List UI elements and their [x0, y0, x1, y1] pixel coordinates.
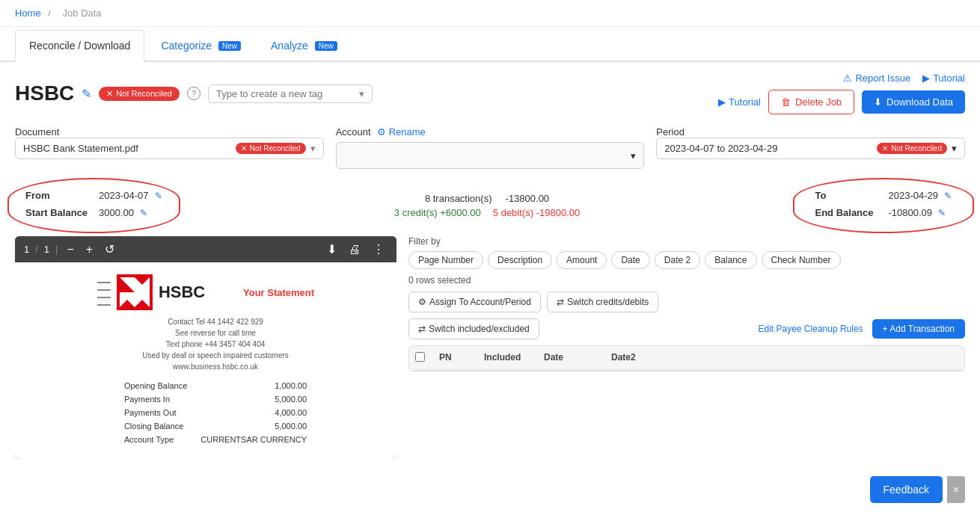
filter-label: Filter by	[408, 236, 965, 247]
filter-buttons: Page Number Description Amount Date Date…	[408, 251, 965, 269]
pdf-body: HSBC Your Statement Contact Tel 44 1442 …	[15, 262, 396, 459]
to-edit-icon[interactable]: ✎	[944, 191, 952, 201]
download-data-button[interactable]: ⬇ Download Data	[862, 90, 965, 114]
tab-analyze[interactable]: Analyze New	[257, 31, 351, 61]
pdf-table: Opening Balance1,000.00 Payments In5,000…	[117, 378, 314, 447]
gear-icon: ⚙	[377, 126, 386, 138]
table-col-date2: Date2	[605, 346, 673, 370]
edit-payee-link[interactable]: Edit Payee Cleanup Rules	[759, 324, 863, 334]
status-badge: ✕ Not Reconciled	[99, 87, 180, 101]
pdf-page-current: 1	[24, 244, 29, 255]
pdf-contact-info: Contact Tel 44 1442 422 929 See reverse …	[117, 316, 314, 372]
status-badge-x[interactable]: ✕	[106, 89, 113, 99]
end-balance-value: -10800.09	[889, 207, 933, 218]
add-transaction-button[interactable]: + Add Transaction	[872, 319, 965, 339]
rename-button[interactable]: ⚙ Rename	[377, 126, 426, 138]
switch-credits-button[interactable]: ⇄ Switch credits/debits	[547, 292, 658, 312]
end-balance-label: End Balance	[815, 207, 883, 218]
start-balance-edit-icon[interactable]: ✎	[140, 208, 147, 218]
pdf-sidebar-lines	[97, 282, 111, 447]
to-label: To	[815, 190, 883, 201]
table-select-all-checkbox[interactable]	[415, 352, 425, 362]
pdf-bank-name: HSBC	[159, 283, 205, 302]
end-balance-edit-icon[interactable]: ✎	[938, 208, 946, 218]
filter-balance[interactable]: Balance	[705, 251, 756, 269]
pdf-rotate-button[interactable]: ↺	[102, 241, 117, 258]
delete-job-button[interactable]: 🗑 Delete Job	[768, 90, 854, 114]
table-col-rest	[673, 346, 964, 370]
tab-categorize-badge: New	[218, 41, 241, 51]
pdf-print-button[interactable]: 🖨	[346, 241, 364, 258]
document-block: Document HSBC Bank Statement.pdf ✕ Not R…	[15, 126, 324, 169]
table-section: PN Included Date Date2	[408, 345, 965, 371]
filter-section: Filter by Page Number Description Amount…	[408, 236, 965, 286]
tag-input[interactable]	[216, 88, 353, 99]
period-block: Period 2023-04-07 to 2023-04-29 ✕ Not Re…	[656, 126, 965, 169]
breadcrumb-home[interactable]: Home	[15, 7, 41, 19]
account-label: Account	[336, 126, 371, 138]
page-title: HSBC	[15, 81, 74, 105]
filter-amount[interactable]: Amount	[557, 251, 607, 269]
pdf-download-button[interactable]: ⬇	[324, 241, 340, 258]
from-circle	[7, 178, 180, 233]
tutorial-link-top[interactable]: ▶ Tutorial	[922, 73, 965, 84]
tag-input-wrap[interactable]: ▾	[208, 84, 373, 103]
meta-section: Document HSBC Bank Statement.pdf ✕ Not R…	[0, 114, 980, 175]
main-content: 1 / 1 | − + ↺ ⬇ 🖨 ⋮	[0, 236, 980, 459]
account-dropdown-icon: ▾	[631, 150, 636, 161]
top-right-actions: ⚠ Report Issue ▶ Tutorial ▶ Tutorial 🗑 D…	[718, 73, 965, 114]
breadcrumb-current: Job Data	[63, 7, 102, 19]
pdf-menu-button[interactable]: ⋮	[370, 241, 388, 258]
from-block: From 2023-04-07 ✎ Start Balance 3000.00 …	[15, 182, 173, 229]
pdf-page-total: 1	[44, 244, 49, 255]
assign-account-button[interactable]: ⚙ Assign To Account/Period	[408, 292, 541, 312]
table-row: Payments In5,000.00	[118, 393, 313, 405]
document-filename: HSBC Bank Statement.pdf	[23, 143, 231, 154]
filter-date2[interactable]: Date 2	[655, 251, 700, 269]
table-row: Closing Balance5,000.00	[118, 420, 313, 432]
tag-dropdown-icon: ▾	[359, 88, 364, 99]
rows-selected: 0 rows selected	[408, 275, 965, 286]
trash-icon: 🗑	[781, 96, 791, 108]
pdf-statement-title: Your Statement	[243, 287, 314, 298]
table-row: Account TypeCURRENTSAR CURRENCY	[118, 434, 313, 445]
action-buttons-row2: ⇄ Switch included/excluded Edit Payee Cl…	[408, 318, 965, 339]
to-value: 2023-04-29	[889, 190, 939, 201]
period-select[interactable]: 2023-04-07 to 2023-04-29 ✕ Not Reconcile…	[656, 138, 965, 159]
document-label: Document	[15, 126, 59, 138]
filter-date[interactable]: Date	[611, 251, 649, 269]
period-value: 2023-04-07 to 2023-04-29	[664, 143, 872, 154]
download-icon: ⬇	[874, 96, 882, 108]
tutorial-link[interactable]: ▶ Tutorial	[718, 96, 761, 108]
start-balance-label: Start Balance	[25, 207, 93, 218]
pdf-content: HSBC Your Statement Contact Tel 44 1442 …	[117, 274, 314, 447]
from-edit-icon[interactable]: ✎	[155, 191, 162, 201]
hsbc-logo	[117, 274, 153, 310]
filter-description[interactable]: Description	[488, 251, 552, 269]
table-col-pn: PN	[433, 346, 478, 370]
account-select[interactable]: ▾	[336, 142, 645, 169]
period-status-badge: ✕ Not Reconciled	[877, 143, 947, 154]
tab-reconcile[interactable]: Reconcile / Download	[15, 30, 144, 62]
pdf-page-separator: /	[35, 244, 38, 255]
tab-analyze-badge: New	[315, 41, 337, 51]
play-icon: ▶	[718, 96, 726, 108]
tab-categorize[interactable]: Categorize New	[147, 31, 254, 61]
right-panel: Filter by Page Number Description Amount…	[396, 236, 965, 459]
pdf-zoom-out-button[interactable]: −	[64, 241, 76, 258]
breadcrumb: Home / Job Data	[0, 0, 980, 27]
switch-included-button[interactable]: ⇄ Switch included/excluded	[408, 318, 539, 339]
filter-page-number[interactable]: Page Number	[408, 251, 483, 269]
pdf-zoom-in-button[interactable]: +	[83, 241, 96, 258]
middle-stats: 8 transaction(s) -13800.00 3 credit(s) +…	[191, 193, 784, 218]
start-balance-value: 3000.00	[99, 207, 134, 218]
document-select[interactable]: HSBC Bank Statement.pdf ✕ Not Reconciled…	[15, 138, 324, 159]
edit-title-icon[interactable]: ✎	[82, 87, 91, 101]
pdf-header-logo: HSBC Your Statement	[117, 274, 314, 310]
breadcrumb-separator: /	[48, 7, 51, 19]
table-row: Payments Out4,000.00	[118, 407, 313, 419]
filter-check-number[interactable]: Check Number	[762, 251, 841, 269]
gear-action-icon: ⚙	[418, 297, 426, 307]
help-icon[interactable]: ?	[187, 87, 200, 100]
report-issue-link[interactable]: ⚠ Report Issue	[843, 73, 910, 84]
